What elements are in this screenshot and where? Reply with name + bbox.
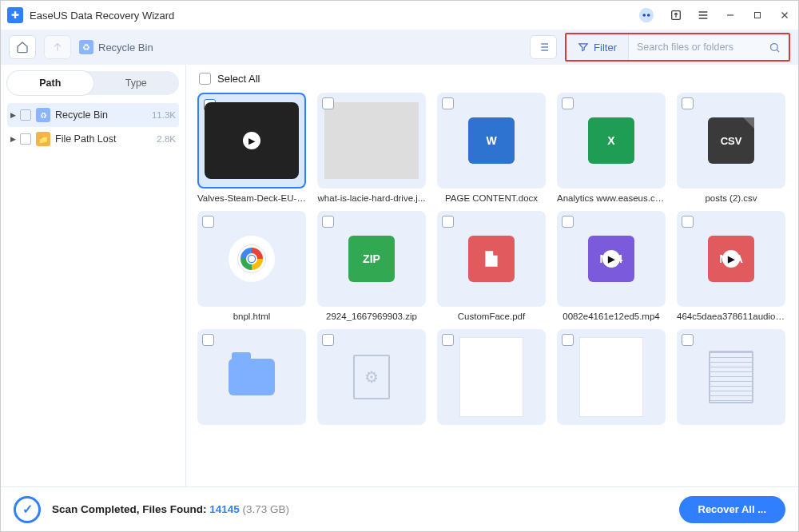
close-button[interactable] [777,8,792,22]
file-name: 464c5daea378611audiop... [677,312,785,321]
recover-all-button[interactable]: Recover All ... [679,496,786,523]
tree-item-file-path-lost[interactable]: ▶ 📁 File Path Lost 2.8K [7,127,179,151]
file-name: Analytics www.easeus.co... [557,193,666,203]
file-card[interactable]: what-is-lacie-hard-drive.j... [317,93,426,203]
tree-item-label: File Path Lost [55,133,116,145]
file-card[interactable]: XAnalytics www.easeus.co... [557,93,666,203]
file-checkbox[interactable] [562,216,574,228]
folder-lost-icon: 📁 [36,132,50,146]
file-thumbnail[interactable]: ZIP [317,211,426,307]
checkbox[interactable] [20,133,31,145]
search-icon[interactable] [769,42,781,54]
file-card[interactable] [677,329,785,430]
toolbar: ♻ Recycle Bin Filter [1,30,798,65]
maximize-button[interactable] [750,8,765,22]
filter-search-highlight: Filter [565,33,790,62]
file-card[interactable]: ⚙ [317,329,426,430]
file-card[interactable]: ZIP2924_1667969903.zip [317,211,426,321]
filter-button[interactable]: Filter [566,34,629,60]
minimize-button[interactable] [723,8,737,22]
file-name: 0082e4161e12ed5.mp4 [557,312,666,321]
file-card[interactable]: M4A▶464c5daea378611audiop... [677,211,785,321]
file-card[interactable]: WPAGE CONTENT.docx [437,93,546,203]
file-checkbox[interactable] [322,97,334,109]
caret-icon[interactable]: ▶ [10,111,18,119]
file-thumbnail[interactable]: W [437,93,546,189]
checkbox[interactable] [20,109,31,121]
tree-item-count: 2.8K [157,134,176,144]
file-name: 2924_1667969903.zip [317,312,426,321]
location-label: Recycle Bin [98,42,153,54]
select-all-row[interactable]: Select All [199,73,787,85]
file-checkbox[interactable] [202,334,214,346]
caret-icon[interactable]: ▶ [10,135,18,143]
file-thumbnail[interactable]: M4A▶ [677,211,785,307]
file-checkbox[interactable] [442,334,454,346]
tab-path[interactable]: Path [7,71,93,95]
search-input[interactable] [637,42,764,53]
file-thumbnail[interactable]: ⚙ [317,329,426,425]
status-text: Scan Completed, Files Found: 14145 (3.73… [52,503,289,515]
file-checkbox[interactable] [202,216,214,228]
status-label: Scan Completed, Files Found: [52,503,209,515]
check-icon: ✓ [14,496,41,523]
file-thumbnail[interactable] [197,211,306,307]
tab-type[interactable]: Type [93,71,180,95]
file-checkbox[interactable] [682,216,694,228]
up-button[interactable] [44,35,71,59]
file-thumbnail[interactable] [557,329,666,425]
file-checkbox[interactable] [442,216,454,228]
file-name: PAGE CONTENT.docx [437,193,546,203]
file-name: bnpl.html [197,312,306,321]
file-card[interactable]: bnpl.html [197,211,306,321]
file-grid: Valves-Steam-Deck-EU-Pl...what-is-lacie-… [197,93,787,430]
file-checkbox[interactable] [322,216,334,228]
assistant-icon[interactable] [637,6,656,25]
file-card[interactable]: CustomFace.pdf [437,211,546,321]
file-thumbnail[interactable] [317,93,426,189]
file-checkbox[interactable] [682,334,694,346]
file-thumbnail[interactable]: MP4▶ [557,211,666,307]
search-box[interactable] [629,34,789,60]
sidebar-tabs: Path Type [7,71,179,95]
file-name: CustomFace.pdf [437,312,546,321]
status-bar: ✓ Scan Completed, Files Found: 14145 (3.… [1,486,798,531]
file-checkbox[interactable] [562,97,574,109]
file-card[interactable] [557,329,666,430]
filter-label: Filter [594,42,617,54]
file-checkbox[interactable] [682,97,694,109]
tree-item-recycle-bin[interactable]: ▶ ♻ Recycle Bin 11.3K [7,103,179,127]
file-thumbnail[interactable]: CSV [677,93,785,189]
file-thumbnail[interactable] [197,329,306,425]
file-card[interactable]: CSVposts (2).csv [677,93,785,203]
file-thumbnail[interactable] [677,329,785,425]
svg-point-5 [771,43,778,50]
file-checkbox[interactable] [562,334,574,346]
file-checkbox[interactable] [322,334,334,346]
file-thumbnail[interactable]: X [557,93,666,189]
svg-point-2 [647,14,650,17]
sidebar: Path Type ▶ ♻ Recycle Bin 11.3K ▶ 📁 File… [1,65,186,486]
app-title: EaseUS Data Recovery Wizard [30,10,174,22]
select-all-checkbox[interactable] [199,73,211,85]
home-button[interactable] [9,35,36,59]
tree-item-count: 11.3K [152,110,176,120]
file-card[interactable] [437,329,546,430]
recycle-bin-icon: ♻ [79,40,93,54]
share-icon[interactable] [669,8,683,22]
file-thumbnail[interactable] [437,329,546,425]
svg-point-1 [642,14,646,17]
file-thumbnail[interactable] [197,93,306,189]
file-name: what-is-lacie-hard-drive.j... [317,193,426,203]
file-card[interactable]: Valves-Steam-Deck-EU-Pl... [197,93,306,203]
file-thumbnail[interactable] [437,211,546,307]
view-toggle-button[interactable] [530,35,557,59]
recycle-bin-icon: ♻ [36,108,50,122]
menu-icon[interactable] [696,8,710,22]
breadcrumb[interactable]: ♻ Recycle Bin [79,40,153,54]
file-card[interactable]: MP4▶0082e4161e12ed5.mp4 [557,211,666,321]
file-card[interactable] [197,329,306,430]
status-size: (3.73 GB) [240,503,289,515]
file-name: posts (2).csv [677,193,785,203]
file-checkbox[interactable] [442,97,454,109]
